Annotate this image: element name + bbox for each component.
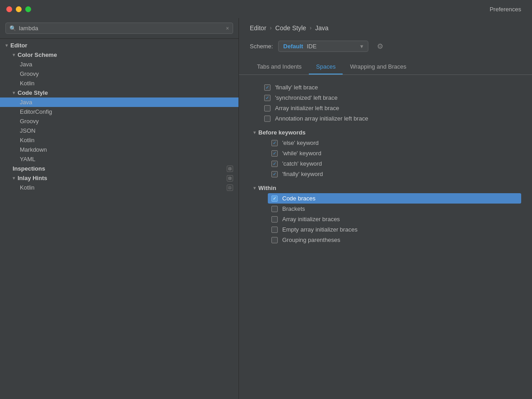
empty-array-init-label: Empty array initializer braces [282, 226, 358, 233]
tab-tabs-indents[interactable]: Tabs and Indents [250, 60, 309, 74]
code-braces-row[interactable]: Code braces [268, 193, 521, 204]
sidebar-item-color-scheme[interactable]: ▾ Color Scheme [0, 50, 238, 60]
while-keyword-checkbox[interactable] [271, 150, 278, 157]
annotation-array-init-left-brace-row[interactable]: Annotation array initializer left brace [261, 113, 521, 124]
breadcrumb-java: Java [315, 24, 329, 32]
within-label: Within [258, 185, 276, 191]
scheme-label: Scheme: [250, 43, 273, 50]
annotation-array-init-left-brace-label: Annotation array initializer left brace [275, 115, 368, 122]
before-left-brace-group: 'finally' left brace 'synchronized' left… [250, 82, 521, 124]
array-init-left-brace-label: Array initializer left brace [275, 105, 339, 111]
sidebar-item-markdown-cs[interactable]: Markdown [0, 145, 238, 154]
sidebar: 🔍 × ▾ Editor ▾ Color Scheme Jav [0, 18, 239, 399]
sidebar-item-java-cs[interactable]: Java [0, 97, 238, 107]
tabs-bar: Tabs and Indents Spaces Wrapping and Bra… [239, 60, 532, 75]
while-keyword-row[interactable]: 'while' keyword [268, 148, 521, 158]
code-braces-checkbox[interactable] [271, 195, 278, 202]
sidebar-item-label: JSON [20, 127, 36, 134]
sidebar-item-kotlin-ih[interactable]: Kotlin ⊟ [0, 183, 238, 192]
synchronized-left-brace-label: 'synchronized' left brace [275, 94, 338, 101]
breadcrumb-editor: Editor [250, 24, 266, 32]
sidebar-tree: ▾ Editor ▾ Color Scheme Java Groovy Kotl… [0, 39, 238, 399]
sidebar-item-groovy-cs[interactable]: Groovy [0, 116, 238, 126]
title-bar: Preferences [0, 0, 532, 18]
before-keywords-header: ▾ Before keywords [250, 125, 521, 138]
sidebar-item-label: Kotlin [20, 80, 35, 87]
sidebar-item-label: YAML [20, 156, 35, 162]
before-keywords-group: 'else' keyword 'while' keyword 'catch' k… [250, 138, 521, 179]
sidebar-item-label: Groovy [20, 70, 39, 77]
search-input[interactable] [19, 25, 223, 32]
search-icon: 🔍 [9, 25, 16, 32]
sidebar-item-yaml-cs[interactable]: YAML [0, 154, 238, 164]
else-keyword-checkbox[interactable] [271, 140, 278, 146]
array-init-left-brace-checkbox[interactable] [264, 105, 271, 111]
chevron-down-icon: ▾ [13, 176, 15, 181]
synchronized-left-brace-row[interactable]: 'synchronized' left brace [261, 93, 521, 103]
empty-array-init-checkbox[interactable] [271, 227, 278, 233]
breadcrumb-separator-1: › [270, 25, 272, 31]
finally-left-brace-row[interactable]: 'finally' left brace [261, 82, 521, 93]
sidebar-item-label: Java [20, 99, 32, 106]
brackets-checkbox[interactable] [271, 206, 278, 212]
brackets-label: Brackets [282, 205, 305, 212]
finally-keyword-label: 'finally' keyword [282, 171, 323, 177]
array-init-braces-checkbox[interactable] [271, 216, 278, 223]
kotlin-ih-badge-icon: ⊟ [227, 185, 233, 191]
chevron-down-icon: ▾ [360, 43, 363, 50]
scheme-value-normal: IDE [307, 43, 316, 50]
close-button[interactable] [6, 6, 12, 12]
maximize-button[interactable] [25, 6, 31, 12]
clear-search-button[interactable]: × [226, 25, 229, 32]
sidebar-item-java-color[interactable]: Java [0, 60, 238, 69]
sidebar-item-label: Markdown [20, 146, 47, 153]
sidebar-item-label: Code Style [18, 89, 48, 96]
catch-keyword-row[interactable]: 'catch' keyword [268, 158, 521, 169]
tab-wrapping-braces[interactable]: Wrapping and Braces [343, 60, 413, 74]
annotation-array-init-left-brace-checkbox[interactable] [264, 116, 271, 122]
code-braces-label: Code braces [282, 195, 316, 202]
sidebar-item-label: Inlay Hints [18, 175, 47, 181]
array-init-left-brace-row[interactable]: Array initializer left brace [261, 103, 521, 113]
within-group: Code braces Brackets Array initializer b… [250, 193, 521, 245]
sidebar-item-inspections[interactable]: Inspections ⊟ [0, 164, 238, 173]
else-keyword-row[interactable]: 'else' keyword [268, 138, 521, 148]
brackets-row[interactable]: Brackets [268, 204, 521, 214]
scheme-dropdown[interactable]: Default IDE ▾ [278, 41, 368, 52]
main-content: 🔍 × ▾ Editor ▾ Color Scheme Jav [0, 18, 532, 399]
sidebar-item-editor[interactable]: ▾ Editor [0, 41, 238, 50]
minimize-button[interactable] [16, 6, 22, 12]
right-panel: Editor › Code Style › Java Scheme: Defau… [239, 18, 532, 399]
finally-left-brace-checkbox[interactable] [264, 84, 271, 91]
sidebar-item-inlay-hints[interactable]: ▾ Inlay Hints ⊟ [0, 173, 238, 183]
sidebar-item-groovy-color[interactable]: Groovy [0, 69, 238, 79]
inspections-badge-icon: ⊟ [227, 166, 233, 172]
chevron-down-icon: ▾ [253, 186, 256, 190]
catch-keyword-checkbox[interactable] [271, 161, 278, 167]
finally-left-brace-label: 'finally' left brace [275, 84, 318, 91]
finally-keyword-checkbox[interactable] [271, 171, 278, 177]
search-input-wrapper[interactable]: 🔍 × [5, 23, 233, 34]
tab-spaces[interactable]: Spaces [309, 60, 343, 74]
grouping-parens-row[interactable]: Grouping parentheses [268, 235, 521, 245]
synchronized-left-brace-checkbox[interactable] [264, 95, 271, 101]
chevron-down-icon: ▾ [13, 52, 15, 57]
sidebar-item-label: Java [20, 61, 32, 68]
grouping-parens-checkbox[interactable] [271, 237, 278, 243]
sidebar-item-label: EditorConfig [20, 108, 52, 115]
preferences-window: Preferences 🔍 × ▾ Editor [0, 0, 532, 399]
array-init-braces-row[interactable]: Array initializer braces [268, 214, 521, 224]
grouping-parens-label: Grouping parentheses [282, 237, 340, 243]
gear-button[interactable]: ⚙ [374, 40, 386, 52]
finally-keyword-row[interactable]: 'finally' keyword [268, 169, 521, 179]
sidebar-item-kotlin-cs[interactable]: Kotlin [0, 135, 238, 145]
sidebar-item-json-cs[interactable]: JSON [0, 126, 238, 135]
breadcrumb-code-style: Code Style [275, 24, 306, 32]
empty-array-init-row[interactable]: Empty array initializer braces [268, 224, 521, 235]
sidebar-item-kotlin-color[interactable]: Kotlin [0, 79, 238, 88]
catch-keyword-label: 'catch' keyword [282, 160, 322, 167]
sidebar-item-label: Color Scheme [18, 51, 57, 58]
breadcrumb: Editor › Code Style › Java [239, 18, 532, 36]
sidebar-item-editorconfig[interactable]: EditorConfig [0, 107, 238, 116]
sidebar-item-code-style[interactable]: ▾ Code Style [0, 88, 238, 97]
